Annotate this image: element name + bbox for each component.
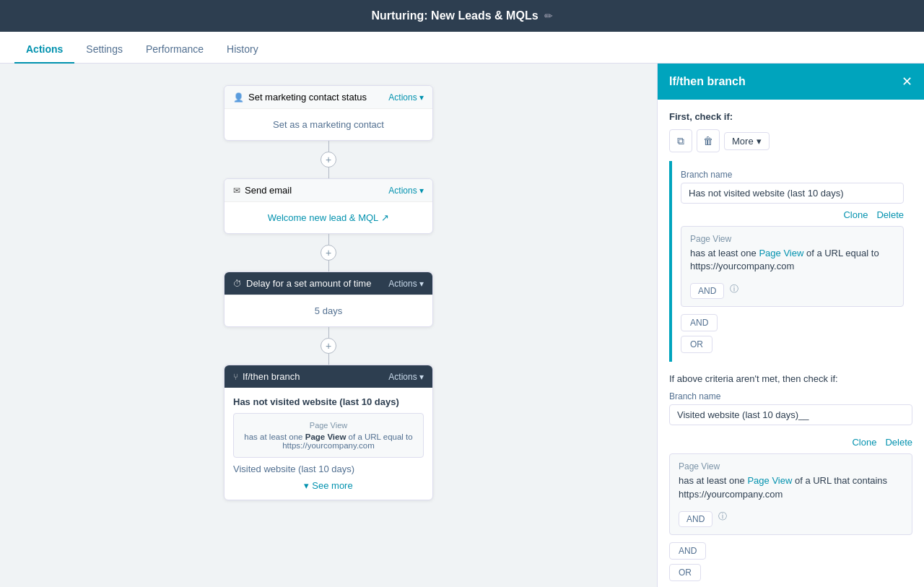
line-3 [328, 234, 329, 245]
user-icon: 👤 [233, 92, 244, 103]
branch1-inner-type: Page View [241, 421, 416, 430]
line-2 [328, 168, 329, 178]
tab-actions[interactable]: Actions [14, 36, 74, 64]
card2-header: ✉ Send email Actions ▾ [225, 179, 432, 202]
page-view-highlight-1[interactable]: Page View [759, 248, 803, 258]
criteria-card-1: Page View has at least one Page View of … [681, 226, 904, 307]
flow-container: 👤 Set marketing contact status Actions ▾… [224, 85, 433, 500]
panel-title: If/then branch [669, 75, 746, 88]
canvas-area: 👤 Set marketing contact status Actions ▾… [0, 64, 657, 587]
tab-performance[interactable]: Performance [134, 36, 215, 64]
first-check-label: First, check if: [669, 111, 912, 122]
panel-body: First, check if: ⧉ 🗑 More ▾ Branch name [658, 100, 924, 587]
delete-branch2-button[interactable]: Delete [885, 437, 912, 448]
card2-actions-button[interactable]: Actions ▾ [388, 186, 424, 196]
nav-tabs: Actions Settings Performance History [0, 32, 924, 64]
edit-icon[interactable]: ✏ [544, 10, 553, 22]
clone-delete-row-2: Clone Delete [669, 437, 912, 448]
connector-2: + [321, 234, 336, 271]
top-bar: Nurturing: New Leads & MQLs ✏ [0, 0, 924, 32]
card2-title: Send email [245, 185, 292, 196]
delete-button[interactable]: 🗑 [697, 129, 720, 152]
email-link[interactable]: Welcome new lead & MQL ↗ [268, 212, 390, 223]
and-standalone-button-1[interactable]: AND [681, 314, 718, 331]
card-delay: ⏱ Delay for a set amount of time Actions… [224, 271, 433, 327]
connector-1: + [321, 141, 336, 178]
card4-actions-button[interactable]: Actions ▾ [388, 372, 424, 382]
see-more-button[interactable]: ▾ See more [304, 480, 352, 491]
card1-header: 👤 Set marketing contact status Actions ▾ [225, 86, 432, 109]
card1-body: Set as a marketing contact [225, 109, 432, 140]
main-layout: 👤 Set marketing contact status Actions ▾… [0, 64, 924, 587]
card-set-marketing-status: 👤 Set marketing contact status Actions ▾… [224, 85, 433, 141]
line-5 [328, 327, 329, 338]
page-view-highlight-2[interactable]: Page View [747, 475, 792, 486]
card3-actions-button[interactable]: Actions ▾ [388, 279, 424, 289]
clone-delete-row-1: Clone Delete [681, 209, 904, 220]
and-button-2[interactable]: AND [679, 511, 712, 527]
page-title: Nurturing: New Leads & MQLs [371, 9, 538, 22]
branch1-name-input[interactable] [681, 183, 904, 204]
branch-toolbar: ⧉ 🗑 More ▾ [669, 129, 912, 152]
branch1-inner-text: has at least one Page View of a URL equa… [241, 432, 416, 450]
and-button-1[interactable]: AND [690, 283, 724, 299]
criteria1-url: https://yourcompany.com [690, 261, 794, 271]
branch1-inner-card: Page View has at least one Page View of … [233, 413, 424, 458]
copy-button[interactable]: ⧉ [669, 129, 692, 152]
clone-branch1-button[interactable]: Clone [843, 209, 868, 220]
second-branch-section: If above criteria aren't met, then check… [669, 373, 912, 587]
card3-body: 5 days [225, 295, 432, 326]
tab-history[interactable]: History [215, 36, 270, 64]
connector-3: + [321, 327, 336, 365]
tab-settings[interactable]: Settings [74, 36, 134, 64]
and-standalone-button-2[interactable]: AND [669, 542, 706, 560]
delay-icon: ⏱ [233, 279, 242, 289]
branch1-name-label: Branch name [681, 170, 904, 180]
or-standalone-button-2[interactable]: OR [669, 564, 701, 581]
card-send-email: ✉ Send email Actions ▾ Welcome new lead … [224, 178, 433, 234]
branch2-name-input[interactable] [669, 404, 912, 425]
email-icon: ✉ [233, 186, 240, 196]
criteria2-url: https://yourcompany.com [679, 489, 783, 500]
card-if-then-branch: ⑂ If/then branch Actions ▾ Has not visit… [224, 365, 433, 500]
line-1 [328, 141, 329, 152]
chevron-down-icon: ▾ [757, 136, 762, 147]
branch-icon: ⑂ [233, 372, 238, 382]
card3-title: Delay for a set amount of time [246, 278, 371, 289]
second-section-label: If above criteria aren't met, then check… [669, 373, 912, 384]
line-4 [328, 261, 329, 271]
card1-actions-button[interactable]: Actions ▾ [388, 92, 424, 103]
card2-body: Welcome new lead & MQL ↗ [225, 202, 432, 233]
criteria2-text: has at least one Page View of a URL that… [679, 474, 903, 500]
or-standalone-button-1[interactable]: OR [681, 336, 712, 353]
info-icon-2: ⓘ [718, 510, 727, 523]
branch1-section: Branch name Clone Delete Page View has a… [669, 161, 912, 362]
trash-icon: 🗑 [703, 135, 713, 147]
branch-card-header: ⑂ If/then branch Actions ▾ [225, 365, 432, 388]
info-icon-1: ⓘ [730, 283, 738, 295]
branch-card-title: If/then branch [243, 371, 300, 382]
add-step-2[interactable]: + [321, 245, 336, 261]
delete-branch1-button[interactable]: Delete [876, 209, 904, 220]
clone-branch2-button[interactable]: Clone [852, 437, 876, 448]
panel-header: If/then branch ✕ [658, 64, 924, 100]
criteria1-text: has at least one Page View of a URL equa… [690, 247, 894, 273]
criteria2-type: Page View [679, 461, 903, 471]
line-6 [328, 354, 329, 365]
branch-content: Has not visited website (last 10 days) P… [225, 388, 432, 500]
close-panel-button[interactable]: ✕ [902, 74, 912, 90]
criteria-card-2: Page View has at least one Page View of … [669, 453, 912, 534]
more-button[interactable]: More ▾ [724, 132, 770, 150]
add-step-3[interactable]: + [321, 338, 336, 354]
card1-title: Set marketing contact status [248, 92, 367, 103]
copy-icon: ⧉ [677, 135, 684, 147]
external-link-icon: ↗ [381, 212, 389, 223]
branch1-title: Has not visited website (last 10 days) [233, 396, 424, 407]
card3-header: ⏱ Delay for a set amount of time Actions… [225, 272, 432, 295]
add-step-1[interactable]: + [321, 152, 336, 168]
branch2-name-label: Branch name [669, 391, 912, 401]
branch2-title: Visited website (last 10 days) [233, 464, 424, 474]
right-panel: If/then branch ✕ First, check if: ⧉ 🗑 Mo… [657, 64, 924, 587]
criteria1-type: Page View [690, 234, 894, 244]
